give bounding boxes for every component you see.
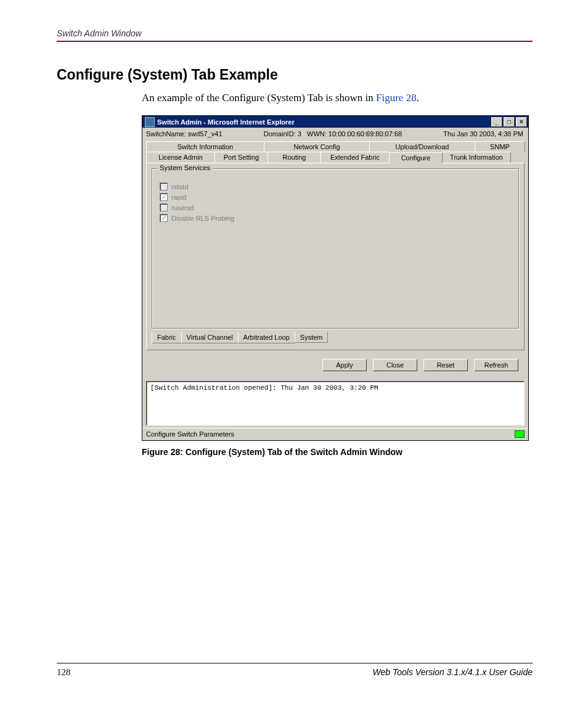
guide-title: Web Tools Version 3.1.x/4.1.x User Guide xyxy=(373,667,533,678)
close-dialog-button[interactable]: Close xyxy=(373,359,417,371)
checkbox-icon: ✓ xyxy=(160,214,168,222)
subtab-system[interactable]: System xyxy=(295,332,329,343)
tab-body: System Services rstatd ✓ rapid rusersd xyxy=(146,163,525,350)
checkbox-icon xyxy=(160,183,168,191)
reset-button[interactable]: Reset xyxy=(423,359,468,371)
titlebar: Switch Admin - Microsoft Internet Explor… xyxy=(142,116,528,128)
checkbox-label: rusersd xyxy=(171,204,194,211)
checkbox-icon: ✓ xyxy=(160,193,168,201)
close-button[interactable]: × xyxy=(516,117,527,127)
system-services-group: System Services rstatd ✓ rapid rusersd xyxy=(152,168,519,329)
button-row: Apply Close Reset Refresh xyxy=(146,350,525,377)
window-title: Switch Admin - Microsoft Internet Explor… xyxy=(157,118,295,126)
figure-link[interactable]: Figure 28 xyxy=(376,92,417,104)
tab-routing[interactable]: Routing xyxy=(267,152,321,163)
group-legend: System Services xyxy=(157,164,213,171)
tab-upload-download[interactable]: Upload/Download xyxy=(369,141,475,152)
page-footer: 128 Web Tools Version 3.1.x/4.1.x User G… xyxy=(57,663,533,678)
checkbox-rapid[interactable]: ✓ rapid xyxy=(160,193,512,201)
checkbox-label: rstatd xyxy=(171,183,189,191)
wwn: WWN: 10:00:00:60:69:80:07:68 xyxy=(307,130,402,138)
info-row: SwitchName: swd57_v41 DomainID: 3 WWN: 1… xyxy=(142,128,528,139)
maximize-button[interactable]: □ xyxy=(504,117,515,127)
tab-extended-fabric[interactable]: Extended Fabric xyxy=(321,152,390,163)
status-text: Configure Switch Parameters xyxy=(146,430,234,438)
running-header: Switch Admin Window xyxy=(57,28,533,42)
subtab-arbitrated-loop[interactable]: Arbitrated Loop xyxy=(238,332,295,343)
app-icon xyxy=(145,117,155,127)
checkbox-icon xyxy=(160,203,168,211)
tab-network-config[interactable]: Network Config xyxy=(264,141,370,152)
subtab-virtual-channel[interactable]: Virtual Channel xyxy=(181,332,239,343)
apply-button[interactable]: Apply xyxy=(322,359,367,371)
switch-name-label: SwitchName: xyxy=(146,130,186,138)
checkbox-rstatd[interactable]: rstatd xyxy=(160,183,512,191)
tab-license-admin[interactable]: License Admin xyxy=(146,152,215,163)
intro-paragraph: An example of the Configure (System) Tab… xyxy=(142,92,533,104)
figure-caption: Figure 28: Configure (System) Tab of the… xyxy=(142,447,533,457)
subtab-fabric[interactable]: Fabric xyxy=(152,332,182,343)
refresh-button[interactable]: Refresh xyxy=(474,359,518,371)
domain-id: DomainID: 3 xyxy=(264,130,301,138)
tab-port-setting[interactable]: Port Setting xyxy=(214,152,268,163)
status-led-icon xyxy=(515,430,525,438)
minimize-button[interactable]: _ xyxy=(491,117,502,127)
subtabs: Fabric Virtual Channel Arbitrated Loop S… xyxy=(152,332,519,343)
switch-name-value: swd57_v41 xyxy=(188,130,223,138)
checkbox-disable-rls[interactable]: ✓ Disable RLS Probing xyxy=(160,214,512,222)
screenshot-window: Switch Admin - Microsoft Internet Explor… xyxy=(142,115,529,441)
tab-snmp[interactable]: SNMP xyxy=(475,141,525,152)
timestamp: Thu Jan 30 2003, 4:38 PM xyxy=(443,130,523,138)
page-number: 128 xyxy=(57,667,71,678)
checkbox-label: rapid xyxy=(171,194,186,201)
checkbox-rusersd[interactable]: rusersd xyxy=(160,203,512,211)
tab-switch-information[interactable]: Switch Information xyxy=(146,141,264,152)
log-pane: [Switch Administration opened]: Thu Jan … xyxy=(146,381,525,425)
intro-text-post: . xyxy=(417,92,419,104)
status-bar: Configure Switch Parameters xyxy=(142,428,528,440)
tab-trunk-information[interactable]: Trunk Information xyxy=(442,152,511,163)
tabs-area: Switch Information Network Config Upload… xyxy=(142,139,528,377)
tab-configure[interactable]: Configure xyxy=(389,152,443,163)
section-title: Configure (System) Tab Example xyxy=(57,67,533,83)
checkbox-label: Disable RLS Probing xyxy=(171,215,234,222)
intro-text-pre: An example of the Configure (System) Tab… xyxy=(142,92,376,104)
